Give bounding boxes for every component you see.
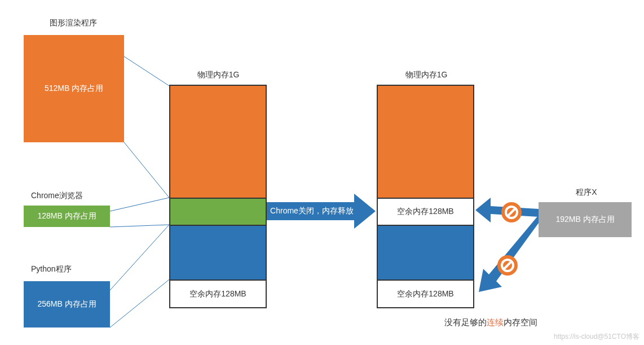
col2-title: 物理内存1G: [387, 70, 466, 80]
footer-prefix: 没有足够的: [444, 317, 487, 327]
col2-seg-python: [378, 225, 473, 280]
col2-free-bottom-label: 空余内存128MB: [397, 289, 453, 299]
footer-suffix: 内存空间: [504, 317, 537, 327]
svg-line-11: [508, 208, 515, 216]
svg-marker-7: [475, 198, 539, 222]
footer-caption: 没有足够的连续内存空间: [423, 317, 558, 328]
col2-seg-free-bottom: 空余内存128MB: [378, 280, 473, 307]
col2-seg-free-top: 空余内存128MB: [378, 198, 473, 225]
renderer-title: 图形渲染程序: [34, 18, 113, 28]
chrome-title: Chrome浏览器: [31, 191, 110, 201]
col1-seg-chrome: [170, 198, 266, 225]
col2-seg-renderer: [378, 86, 473, 198]
chrome-mem: 128MB 内存占用: [37, 211, 96, 221]
watermark: https://is-cloud@51CTO博客: [554, 332, 639, 342]
svg-line-4: [110, 225, 169, 290]
python-mem: 256MB 内存占用: [37, 299, 96, 309]
svg-line-0: [124, 56, 169, 86]
programx-title: 程序X: [564, 187, 609, 198]
memory-col-before: 空余内存128MB: [169, 85, 267, 308]
col1-free-label: 空余内存128MB: [189, 289, 246, 299]
svg-point-9: [501, 202, 522, 222]
memory-col-after: 空余内存128MB 空余内存128MB: [377, 85, 474, 308]
svg-line-5: [110, 280, 169, 327]
col1-seg-renderer: [170, 86, 266, 198]
svg-line-2: [110, 198, 169, 211]
col1-title: 物理内存1G: [179, 70, 258, 80]
svg-line-1: [124, 142, 169, 198]
col2-free-top-label: 空余内存128MB: [397, 207, 453, 217]
programx-box: 192MB 内存占用: [539, 202, 632, 237]
col1-seg-free: 空余内存128MB: [170, 280, 266, 307]
col1-seg-python: [170, 225, 266, 280]
renderer-box: 512MB 内存占用: [24, 35, 124, 142]
svg-point-10: [506, 207, 517, 218]
python-box: 256MB 内存占用: [24, 281, 110, 327]
svg-line-3: [110, 225, 169, 227]
python-title: Python程序: [31, 264, 110, 274]
programx-mem: 192MB 内存占用: [555, 215, 614, 225]
svg-marker-8: [479, 215, 539, 292]
svg-point-13: [502, 260, 513, 271]
release-arrow-label: Chrome关闭，内存释放: [270, 202, 354, 220]
svg-point-12: [497, 255, 518, 276]
svg-line-14: [504, 261, 511, 269]
renderer-mem: 512MB 内存占用: [45, 84, 103, 94]
footer-em: 连续: [487, 317, 504, 327]
chrome-box: 128MB 内存占用: [24, 206, 110, 227]
